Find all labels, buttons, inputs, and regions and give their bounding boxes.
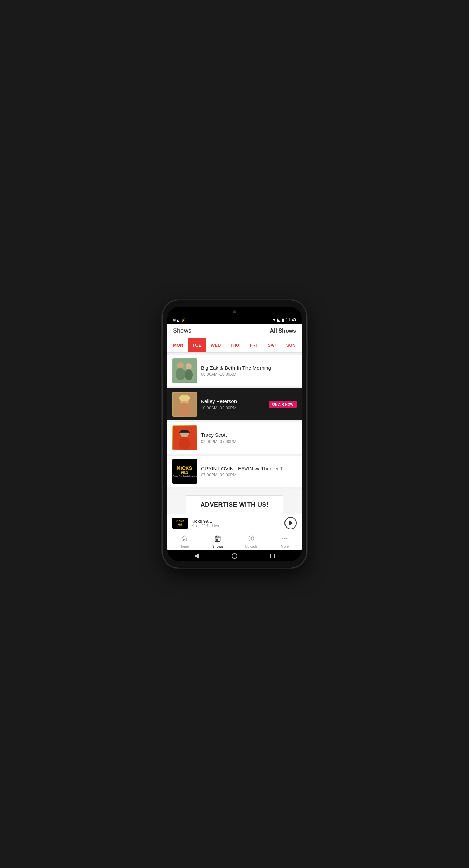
app-header: Shows All Shows — [167, 324, 302, 338]
flash-status-icon: ⚡ — [181, 318, 185, 322]
show-thumbnail-zak — [172, 358, 197, 383]
svg-point-4 — [185, 369, 193, 380]
tab-tue[interactable]: TUE — [188, 338, 206, 352]
nav-label-uploads: Uploads — [245, 545, 258, 548]
all-shows-link[interactable]: All Shows — [270, 328, 296, 334]
day-tabs-container: MON TUE WED THU FRI SAT SUN — [167, 338, 302, 353]
nav-item-more[interactable]: More — [268, 532, 302, 550]
show-time-kelley: 10:00AM -02:00PM — [201, 406, 265, 410]
show-card-kicks[interactable]: KICKS 99.1 Your All Time Country Favorit… — [167, 456, 302, 487]
nav-label-shows: Shows — [212, 545, 223, 548]
show-name-kelley: Kelley Peterson — [201, 398, 265, 404]
station-logo: KICKS 99.1 Country — [172, 518, 188, 529]
play-button[interactable] — [284, 517, 297, 529]
show-name-tracy: Tracy Scott — [201, 432, 297, 438]
svg-point-22 — [286, 538, 287, 539]
clock: 11:43 — [286, 318, 296, 322]
back-button[interactable] — [194, 553, 199, 559]
svg-point-7 — [179, 395, 190, 401]
bottom-nav: Home Shows — [167, 532, 302, 550]
show-name-kicks: CRYIN LOVIN LEAVIN w/ Thurber T — [201, 466, 297, 471]
nav-item-shows[interactable]: Shows — [201, 532, 234, 550]
recent-button[interactable] — [270, 554, 275, 558]
nav-item-uploads[interactable]: Uploads — [234, 532, 268, 550]
show-info-tracy: Tracy Scott 02:00PM -07:00PM — [201, 432, 297, 444]
on-air-badge: ON AIR NOW — [269, 401, 297, 408]
more-icon — [281, 535, 288, 544]
shows-icon — [214, 535, 221, 544]
tab-wed[interactable]: WED — [206, 338, 225, 352]
svg-rect-18 — [216, 539, 217, 540]
image-status-icon: ⊞ — [173, 318, 176, 322]
now-playing-bar[interactable]: KICKS 99.1 Country Kicks 99.1 Kicks 99.1… — [167, 514, 302, 532]
phone-top-bar — [167, 307, 302, 317]
show-info-kicks: CRYIN LOVIN LEAVIN w/ Thurber T 07:00PM … — [201, 466, 297, 478]
nav-item-home[interactable]: Home — [167, 532, 201, 550]
home-button[interactable] — [232, 553, 237, 559]
show-thumbnail-tracy — [172, 425, 197, 450]
nav-label-home: Home — [180, 545, 189, 548]
show-time-zak: 06:00AM -10:00AM — [201, 372, 297, 377]
tab-mon[interactable]: MON — [169, 338, 188, 352]
notification-status-icon: ◣ — [177, 318, 180, 322]
signal-icon: ◣ — [277, 318, 280, 322]
phone-frame: ⊞ ◣ ⚡ ▼ ◣ ▮ 11:43 Shows All Shows MON TU… — [163, 300, 306, 568]
show-thumbnail-kicks: KICKS 99.1 Your All Time Country Favorit… — [172, 459, 197, 484]
scroll-area[interactable]: MON TUE WED THU FRI SAT SUN — [167, 338, 302, 514]
svg-point-13 — [179, 437, 190, 449]
show-info-zak: Big Zak & Beth In The Morning 06:00AM -1… — [201, 365, 297, 377]
battery-icon: ▮ — [282, 318, 284, 322]
show-time-tracy: 02:00PM -07:00PM — [201, 439, 297, 444]
tab-thu[interactable]: THU — [225, 338, 244, 352]
svg-point-3 — [186, 363, 192, 370]
show-card-zak[interactable]: Big Zak & Beth In The Morning 06:00AM -1… — [167, 355, 302, 386]
page-title: Shows — [173, 327, 191, 334]
nav-label-more: More — [281, 545, 289, 548]
wifi-icon: ▼ — [272, 318, 276, 322]
android-nav — [167, 550, 302, 561]
np-station-subtitle: Kicks 99.1 - Live — [191, 524, 281, 528]
svg-rect-0 — [173, 359, 196, 382]
np-station-title: Kicks 99.1 — [191, 519, 281, 524]
now-playing-info: Kicks 99.1 Kicks 99.1 - Live — [191, 519, 281, 528]
svg-point-21 — [284, 538, 285, 539]
tab-fri[interactable]: FRI — [244, 338, 263, 352]
show-info-kelley: Kelley Peterson 10:00AM -02:00PM — [201, 398, 265, 410]
tab-sun[interactable]: SUN — [281, 338, 300, 352]
svg-rect-12 — [179, 432, 190, 433]
uploads-icon — [248, 535, 255, 544]
tab-sat[interactable]: SAT — [263, 338, 281, 352]
show-card-tracy[interactable]: Tracy Scott 02:00PM -07:00PM — [167, 422, 302, 454]
show-time-kicks: 07:00PM -09:00PM — [201, 473, 297, 478]
home-icon — [181, 535, 188, 544]
play-icon — [289, 520, 293, 526]
advertise-banner[interactable]: ADVERTISE WITH US! — [167, 489, 302, 514]
svg-point-2 — [176, 368, 185, 380]
advertise-text: ADVERTISE WITH US! — [200, 501, 268, 508]
show-name-zak: Big Zak & Beth In The Morning — [201, 365, 297, 371]
svg-point-20 — [282, 538, 283, 539]
status-bar: ⊞ ◣ ⚡ ▼ ◣ ▮ 11:43 — [167, 317, 302, 324]
show-thumbnail-kelley — [172, 392, 197, 417]
show-card-kelley[interactable]: Kelley Peterson 10:00AM -02:00PM ON AIR … — [167, 388, 302, 420]
